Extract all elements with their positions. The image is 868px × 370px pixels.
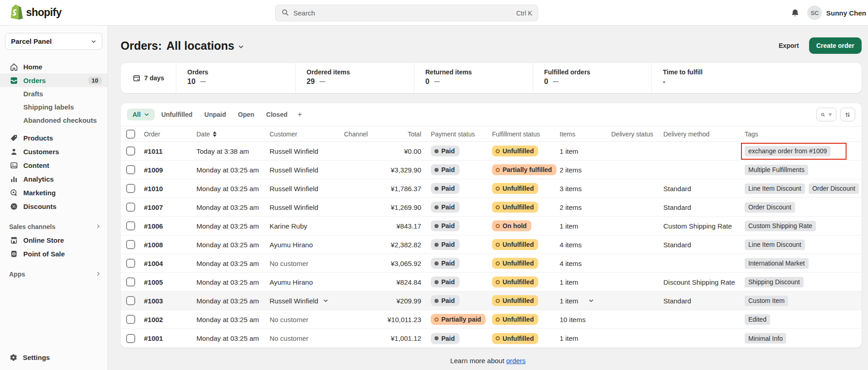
orders-help-link[interactable]: orders xyxy=(506,357,526,365)
cell-check xyxy=(121,240,142,249)
order-tag: Custom Item xyxy=(745,296,788,306)
cell-dmeth: Standard xyxy=(661,297,742,305)
payment-status-badge: Paid xyxy=(431,239,460,250)
location-filter[interactable]: All locations xyxy=(166,39,244,52)
sidebar-section-sales-channels[interactable]: Sales channels xyxy=(9,223,101,230)
metric-number: - xyxy=(663,78,665,86)
chevron-down-icon[interactable] xyxy=(588,298,594,303)
row-checkbox[interactable] xyxy=(126,146,135,156)
filter-tabs: AllUnfulfilledUnpaidOpenClosed + xyxy=(121,103,862,126)
fulfillment-status-badge: Partially fulfilled xyxy=(492,164,556,175)
select-all-checkbox[interactable] xyxy=(126,130,135,139)
cell-check xyxy=(121,146,142,156)
metric-orders: Orders10 xyxy=(176,63,295,93)
table-row[interactable]: #1006Monday at 03:25 amKarine Ruby¥843.1… xyxy=(121,217,862,235)
row-checkbox[interactable] xyxy=(126,296,135,305)
cell-cust: Russell Winfield xyxy=(267,185,342,193)
table-row[interactable]: #1008Monday at 03:25 amAyumu Hirano¥2,38… xyxy=(121,235,862,254)
pos-icon: $ xyxy=(9,249,18,258)
cell-ful: On hold xyxy=(490,220,556,231)
cell-order: #1008 xyxy=(142,241,194,249)
tab-unpaid[interactable]: Unpaid xyxy=(199,109,231,120)
notifications-bell-icon[interactable] xyxy=(790,8,800,18)
cell-ful: Unfulfilled xyxy=(490,202,556,213)
date-range-label: 7 days xyxy=(144,74,164,82)
table-row[interactable]: #1009Monday at 03:25 amRussell Winfield¥… xyxy=(121,161,862,179)
sidebar-item-point-of-sale[interactable]: $Point of Sale xyxy=(0,247,107,261)
sidebar-item-content[interactable]: Content xyxy=(0,158,107,172)
status-dot xyxy=(434,243,439,247)
row-checkbox[interactable] xyxy=(126,315,135,324)
tab-unfulfilled[interactable]: Unfulfilled xyxy=(156,109,198,120)
row-checkbox[interactable] xyxy=(126,221,135,230)
export-button[interactable]: Export xyxy=(772,38,805,53)
discounts-icon xyxy=(9,202,18,211)
row-checkbox[interactable] xyxy=(126,277,135,287)
sidebar-item-orders[interactable]: Orders10 xyxy=(0,73,107,87)
order-tag: Edited xyxy=(745,314,770,325)
order-number: #1010 xyxy=(144,185,163,193)
row-checkbox[interactable] xyxy=(126,259,135,268)
tab-open[interactable]: Open xyxy=(233,109,260,120)
trend-sparkline xyxy=(200,81,206,82)
cell-dmeth: Standard xyxy=(661,203,742,211)
sidebar-item-customers[interactable]: Customers xyxy=(0,145,107,158)
sidebar-item-abandoned-checkouts[interactable]: Abandoned checkouts xyxy=(0,114,107,127)
row-checkbox[interactable] xyxy=(126,184,135,193)
order-date: Monday at 03:25 am xyxy=(196,334,259,342)
sidebar-item-shipping-labels[interactable]: Shipping labels xyxy=(0,100,107,114)
table-row[interactable]: #1011Today at 3:38 amRussell Winfield¥0.… xyxy=(121,142,862,161)
sort-button[interactable] xyxy=(840,108,855,121)
row-checkbox[interactable] xyxy=(126,240,135,249)
add-view-button[interactable]: + xyxy=(293,109,307,120)
page-title: Orders: All locations xyxy=(121,39,244,52)
column-header-date[interactable]: Date xyxy=(194,130,267,138)
sidebar-item-discounts[interactable]: Discounts xyxy=(0,199,107,213)
content-icon xyxy=(9,161,18,170)
user-menu[interactable]: SC Sunny Chen xyxy=(807,5,866,20)
table-row[interactable]: #1004Monday at 03:25 amNo customer¥3,065… xyxy=(121,254,862,273)
row-checkbox[interactable] xyxy=(126,165,135,174)
row-checkbox[interactable] xyxy=(126,334,135,343)
delivery-method: Standard xyxy=(663,203,691,211)
table-row[interactable]: #1003Monday at 03:25 amRussell Winfield¥… xyxy=(121,292,862,310)
cell-date: Monday at 03:25 am xyxy=(194,203,267,211)
items-count: 4 items xyxy=(560,241,582,249)
cell-pay: Paid xyxy=(429,295,490,306)
store-switcher[interactable]: Parcel Panel xyxy=(5,33,102,50)
sidebar-item-products[interactable]: Products xyxy=(0,131,107,145)
sidebar-item-settings[interactable]: Settings xyxy=(0,350,107,365)
create-order-button[interactable]: Create order xyxy=(809,37,862,54)
table-row[interactable]: #1005Monday at 03:25 amAyumu Hirano¥824.… xyxy=(121,273,862,292)
sidebar-item-drafts[interactable]: Drafts xyxy=(0,87,107,100)
sidebar-item-analytics[interactable]: Analytics xyxy=(0,172,107,186)
table-row[interactable]: #1002Monday at 03:25 amNo customer¥10,01… xyxy=(121,310,862,329)
sidebar-item-home[interactable]: Home xyxy=(0,60,107,73)
table-row[interactable]: #1010Monday at 03:25 amRussell Winfield¥… xyxy=(121,179,862,198)
tag-wrap: Order Discount xyxy=(809,183,862,194)
trend-sparkline xyxy=(553,81,559,82)
chevron-down-icon[interactable] xyxy=(323,298,328,303)
order-total: ¥3,065.92 xyxy=(391,260,421,267)
tab-closed[interactable]: Closed xyxy=(261,109,293,120)
search-and-filter-button[interactable] xyxy=(816,108,836,121)
row-checkbox[interactable] xyxy=(126,203,135,212)
global-search-input[interactable]: Search Ctrl K xyxy=(275,5,538,21)
table-row[interactable]: #1001Monday at 03:25 amNo customer¥1,001… xyxy=(121,329,862,348)
cell-pay: Paid xyxy=(429,183,490,194)
column-header-label: Fulfillment status xyxy=(492,130,540,138)
sidebar-item-marketing[interactable]: Marketing xyxy=(0,186,107,199)
sidebar-section-apps[interactable]: Apps xyxy=(9,271,101,278)
status-label: Unfulfilled xyxy=(503,278,534,286)
sidebar-item-online-store[interactable]: Online Store xyxy=(0,233,107,247)
cell-ful: Unfulfilled xyxy=(490,239,556,250)
tab-all[interactable]: All xyxy=(127,109,155,120)
date-range-selector[interactable]: 7 days xyxy=(121,63,176,93)
table-row[interactable]: #1007Monday at 03:25 amRussell Winfield¥… xyxy=(121,198,862,217)
order-date: Monday at 03:25 am xyxy=(196,166,259,174)
items-count: 1 item xyxy=(560,334,578,342)
search-shortcut: Ctrl K xyxy=(516,10,532,17)
fulfillment-status-badge: Unfulfilled xyxy=(492,183,538,194)
order-total: ¥1,786.37 xyxy=(391,185,421,193)
payment-status-badge: Paid xyxy=(431,220,460,231)
